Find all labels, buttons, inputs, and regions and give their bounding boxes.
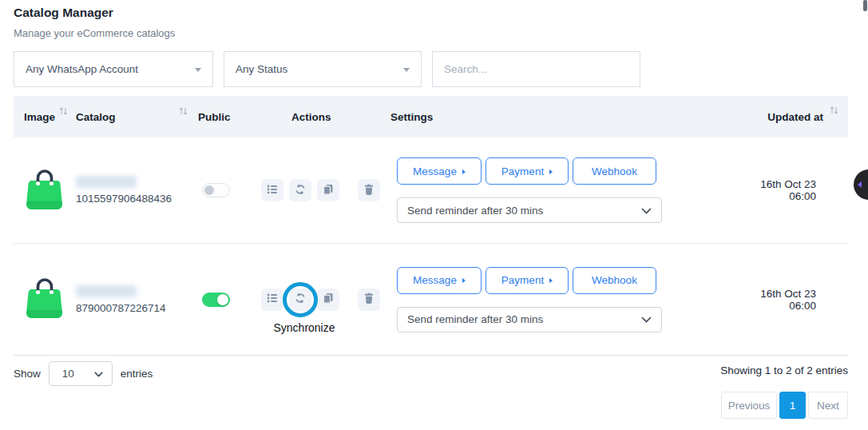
- column-header-settings: Settings: [383, 111, 751, 123]
- reminder-select-value: Send reminder after 30 mins: [407, 205, 543, 217]
- public-cell: [196, 183, 261, 197]
- reminder-select[interactable]: Send reminder after 30 mins: [397, 197, 662, 223]
- page-header: Catalog Manager Manage your eCommerce ca…: [14, 6, 175, 39]
- duplicate-button[interactable]: [317, 289, 339, 311]
- page-size-value: 10: [62, 368, 74, 380]
- sort-icon: [830, 106, 838, 115]
- public-toggle[interactable]: [202, 293, 230, 307]
- page-subtitle: Manage your eCommerce catalogs: [14, 27, 175, 39]
- delete-button[interactable]: [358, 289, 380, 311]
- column-header-actions: Actions: [261, 111, 383, 123]
- current-page-button[interactable]: 1: [779, 392, 806, 419]
- whatsapp-account-select-value: Any WhatsApp Account: [26, 63, 138, 75]
- reminder-select[interactable]: Send reminder after 30 mins: [397, 307, 662, 332]
- public-toggle[interactable]: [202, 183, 230, 197]
- next-page-button[interactable]: Next: [808, 392, 848, 419]
- webhook-button[interactable]: Webhook: [573, 267, 656, 294]
- webhook-button[interactable]: Webhook: [573, 157, 656, 185]
- catalog-image-cell: [14, 276, 76, 323]
- caret-right-icon: [462, 278, 466, 283]
- chevron-down-icon: [641, 205, 652, 217]
- message-button[interactable]: Message: [397, 157, 482, 185]
- list-icon: [267, 293, 278, 306]
- page-title: Catalog Manager: [14, 6, 175, 20]
- public-cell: [196, 293, 261, 307]
- annotation-label: Synchronize: [268, 321, 340, 334]
- showing-entries-text: Showing 1 to 2 of 2 entries: [720, 364, 848, 376]
- chevron-left-icon: [858, 181, 862, 188]
- chevron-down-icon: [641, 313, 652, 325]
- shopping-bag-icon: [26, 200, 64, 213]
- trash-icon: [363, 184, 375, 197]
- duplicate-button[interactable]: [317, 179, 339, 201]
- list-items-button[interactable]: [261, 289, 283, 311]
- catalog-image-cell: [14, 167, 76, 214]
- column-header-public: Public: [196, 111, 261, 123]
- caret-down-icon: [403, 68, 410, 72]
- column-header-image[interactable]: Image: [14, 111, 76, 123]
- sync-icon: [295, 293, 306, 306]
- entries-label: entries: [121, 368, 153, 380]
- status-select[interactable]: Any Status: [224, 51, 422, 87]
- table-header-row: Image Catalog Public Actions Settings Up…: [14, 96, 848, 137]
- synchronize-button[interactable]: [289, 289, 311, 311]
- updated-at: 16th Oct 23 06:00: [751, 178, 848, 202]
- catalog-name-redacted: [76, 285, 137, 297]
- previous-page-button[interactable]: Previous: [721, 392, 777, 419]
- catalog-id: 879000787226714: [76, 302, 196, 314]
- table-row: 1015597906488436 Message: [14, 137, 848, 244]
- payment-button[interactable]: Payment: [486, 267, 569, 294]
- delete-button[interactable]: [358, 179, 380, 201]
- pagination: Previous 1 Next: [721, 392, 848, 419]
- caret-right-icon: [462, 169, 466, 174]
- filters-bar: Any WhatsApp Account Any Status: [14, 51, 640, 87]
- copy-icon: [323, 184, 334, 197]
- synchronize-button[interactable]: [289, 179, 311, 201]
- caret-right-icon: [549, 169, 553, 174]
- status-select-value: Any Status: [236, 63, 287, 75]
- table-row: 879000787226714 Synchronize Mess: [14, 244, 848, 356]
- column-header-catalog[interactable]: Catalog: [76, 111, 196, 123]
- catalog-info-cell: 1015597906488436: [76, 176, 196, 205]
- shopping-bag-icon: [26, 309, 64, 322]
- list-icon: [267, 184, 278, 197]
- scrollbar-thumb[interactable]: [863, 0, 867, 11]
- actions-cell: [261, 179, 383, 201]
- updated-at: 16th Oct 23 06:00: [751, 288, 848, 312]
- payment-button[interactable]: Payment: [486, 157, 569, 185]
- sync-icon: [295, 184, 306, 197]
- caret-right-icon: [549, 278, 553, 283]
- message-button[interactable]: Message: [397, 267, 482, 294]
- page-size-control: Show 10 entries: [14, 361, 153, 386]
- actions-cell: Synchronize: [261, 289, 383, 311]
- trash-icon: [363, 293, 375, 306]
- search-input[interactable]: [432, 51, 640, 87]
- column-header-updated-at[interactable]: Updated at: [751, 111, 848, 123]
- floating-widget-button[interactable]: [854, 169, 868, 200]
- settings-cell: Message Payment Webhook Send reminder af…: [383, 267, 751, 332]
- catalog-table: Image Catalog Public Actions Settings Up…: [14, 96, 848, 356]
- sort-icon: [179, 106, 188, 116]
- reminder-select-value: Send reminder after 30 mins: [407, 313, 543, 325]
- catalog-id: 1015597906488436: [76, 193, 196, 205]
- catalog-info-cell: 879000787226714: [76, 285, 196, 314]
- page-size-select[interactable]: 10: [49, 361, 113, 386]
- sort-icon: [59, 106, 68, 116]
- list-items-button[interactable]: [261, 179, 283, 201]
- toggle-knob: [204, 185, 214, 195]
- toggle-knob: [217, 294, 228, 305]
- caret-down-icon: [195, 68, 201, 72]
- chevron-down-icon: [94, 368, 103, 380]
- settings-cell: Message Payment Webhook Send reminder af…: [383, 157, 751, 223]
- whatsapp-account-select[interactable]: Any WhatsApp Account: [14, 51, 213, 87]
- show-label: Show: [14, 368, 41, 380]
- copy-icon: [323, 293, 334, 306]
- catalog-name-redacted: [76, 176, 137, 188]
